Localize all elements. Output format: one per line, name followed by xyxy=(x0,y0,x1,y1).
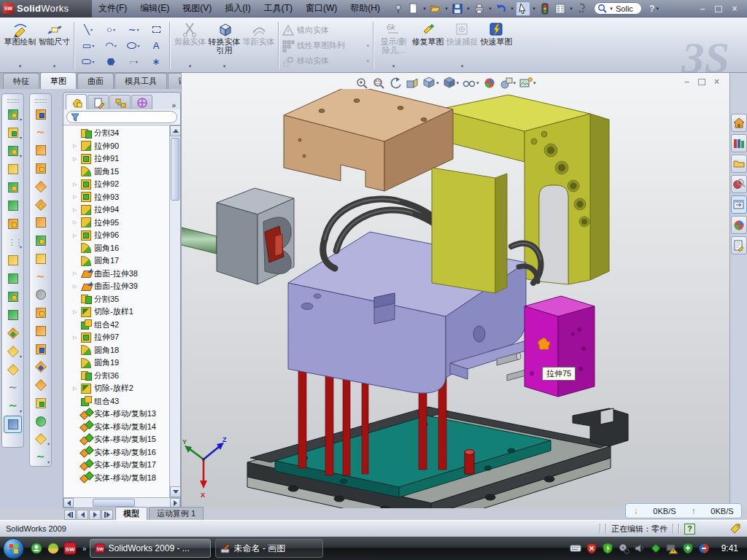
tree-item-23[interactable]: 实体-移动/复制14 xyxy=(63,421,180,434)
mold-tool-19[interactable]: ∼▾ xyxy=(31,448,50,466)
part-side-insert-block[interactable] xyxy=(525,296,595,397)
mold-tool-6[interactable] xyxy=(31,214,50,231)
features-tool-5[interactable] xyxy=(4,197,22,214)
doc-minimize-button[interactable]: – xyxy=(684,77,689,87)
undo-caret-icon[interactable]: ▾ xyxy=(509,6,515,12)
tree-item-3[interactable]: 圆角15 xyxy=(63,166,180,179)
features-tool-16[interactable]: ∼▾ xyxy=(4,397,22,415)
solidworks-resources-button[interactable] xyxy=(731,114,747,132)
search-input[interactable]: Solic xyxy=(616,4,633,13)
previous-view-button[interactable] xyxy=(389,77,402,90)
ribbon-tab-3[interactable]: 模具工具 xyxy=(115,73,167,89)
menu-item-4[interactable]: 工具(T) xyxy=(258,0,299,17)
tab-scroll-first-button[interactable] xyxy=(64,510,76,520)
mold-tool-13[interactable] xyxy=(31,341,50,358)
tree-item-8[interactable]: ▷拉伸96 xyxy=(63,229,180,242)
features-tool-10[interactable] xyxy=(4,288,22,306)
part-nozzle-clamp[interactable] xyxy=(217,188,294,284)
tree-item-19[interactable]: 分割36 xyxy=(63,370,180,383)
antivirus-shield-tray-icon[interactable] xyxy=(586,542,597,554)
volume-tray-icon[interactable] xyxy=(634,542,646,554)
features-tool-13[interactable]: ▾ xyxy=(4,343,22,360)
repair-sketch-button[interactable]: 修复草图 xyxy=(411,19,445,72)
tree-item-11[interactable]: ▷曲面-拉伸38 xyxy=(63,268,180,281)
move-entities-button[interactable]: 移动实体▾ xyxy=(282,54,371,68)
menu-item-6[interactable]: 帮助(H) xyxy=(344,0,387,17)
display-style-button[interactable]: ▾ xyxy=(443,77,460,90)
convert-entities-button[interactable]: 转换实体引用▾ xyxy=(207,19,241,72)
file-explorer-button[interactable] xyxy=(731,155,747,173)
tree-vertical-scrollbar[interactable] xyxy=(169,125,180,497)
tab-scroll-right-button[interactable] xyxy=(89,510,101,520)
mold-tool-16[interactable] xyxy=(31,394,50,412)
menu-item-2[interactable]: 视图(V) xyxy=(176,0,218,17)
sketch-entity-3[interactable] xyxy=(145,22,167,37)
tree-item-21[interactable]: 组合43 xyxy=(63,395,180,408)
network-warning-tray-icon[interactable] xyxy=(666,542,678,554)
tree-item-2[interactable]: ▷拉伸91 xyxy=(63,152,180,166)
close-button[interactable]: × xyxy=(729,4,740,13)
trim-entities-button[interactable]: 剪裁实体▾ xyxy=(173,19,207,72)
model-canvas[interactable]: Y Z X xyxy=(182,89,729,508)
tab-scroll-last-button[interactable] xyxy=(101,510,113,520)
sketch-entity-4[interactable]: ▭▾ xyxy=(77,38,99,53)
sketch-button[interactable]: 草图绘制▾ xyxy=(3,19,37,72)
help-button[interactable]: ? xyxy=(649,4,654,14)
offset-entities-button[interactable]: 等距实体 xyxy=(241,19,276,72)
mold-tool-17[interactable] xyxy=(31,413,50,430)
solidworks-search-button[interactable] xyxy=(731,175,747,193)
features-tool-15[interactable]: ∼ xyxy=(4,379,22,397)
scroll-down-button[interactable] xyxy=(170,486,180,497)
sketch-entity-10[interactable]: ⌐▾ xyxy=(123,54,144,69)
restore-button[interactable] xyxy=(715,6,722,12)
mold-tool-7[interactable] xyxy=(31,232,50,249)
tree-item-9[interactable]: 圆角16 xyxy=(63,242,180,255)
select-button[interactable] xyxy=(516,1,530,16)
overflow-button[interactable] xyxy=(575,1,589,16)
mold-tool-0[interactable] xyxy=(31,106,50,123)
tree-item-7[interactable]: ▷拉伸95 xyxy=(63,217,180,230)
search-caret-icon[interactable]: ▾ xyxy=(608,6,614,12)
sketch-entity-5[interactable]: ◠▾ xyxy=(100,38,122,53)
features-tool-17[interactable] xyxy=(4,416,22,433)
open-button[interactable] xyxy=(428,1,443,16)
sketch-entity-0[interactable]: ╲▾ xyxy=(77,22,99,37)
features-tool-12[interactable] xyxy=(4,324,22,342)
save-button[interactable] xyxy=(450,1,465,16)
features-tool-0[interactable]: ▾ xyxy=(4,106,22,123)
mold-tool-15[interactable] xyxy=(31,376,50,394)
settings-gear-tray-icon[interactable] xyxy=(618,542,630,554)
mold-tool-14[interactable] xyxy=(31,358,50,376)
new-caret-icon[interactable]: ▾ xyxy=(422,6,427,12)
mold-tool-5[interactable] xyxy=(31,196,50,214)
browser-sphere-quicklaunch-icon[interactable] xyxy=(47,542,60,555)
taskbar-task-1[interactable]: 未命名 - 画图 xyxy=(215,539,323,558)
undo-button[interactable] xyxy=(494,1,508,16)
menu-item-1[interactable]: 编辑(E) xyxy=(133,0,176,17)
hide-show-items-button[interactable]: ▾ xyxy=(462,77,479,90)
ribbon-tab-0[interactable]: 特征 xyxy=(3,73,39,89)
rapid-sketch-button[interactable]: 快速草图 xyxy=(479,19,514,72)
tree-item-22[interactable]: 实体-移动/复制13 xyxy=(63,408,180,421)
mold-tool-10[interactable] xyxy=(31,286,50,303)
doc-tab-1[interactable]: 运动算例 1 xyxy=(149,507,204,520)
tree-item-6[interactable]: ▷拉伸94 xyxy=(63,203,180,217)
dimxpertmanager-tab[interactable] xyxy=(131,95,152,109)
mold-tool-4[interactable] xyxy=(31,178,50,195)
doc-tab-0[interactable]: 模型 xyxy=(115,507,147,520)
mold-tool-9[interactable]: ∼ xyxy=(31,268,50,286)
print-button[interactable] xyxy=(472,1,487,16)
section-view-button[interactable] xyxy=(406,77,419,90)
sketch-entity-1[interactable]: ○▾ xyxy=(100,22,122,37)
security-shield-tray-icon[interactable] xyxy=(602,542,614,554)
mold-tool-3[interactable] xyxy=(31,160,50,177)
start-button[interactable] xyxy=(3,538,24,559)
sketch-entity-11[interactable]: ∗ xyxy=(145,54,167,69)
propertymanager-tab[interactable] xyxy=(88,95,109,109)
display-delete-relations-button[interactable]: 6k 显示/删除几...▾ xyxy=(376,19,411,72)
messenger-status-tray-icon[interactable] xyxy=(698,542,710,554)
graphics-viewport[interactable]: ▾▾▾▾▾ – × xyxy=(181,73,729,508)
tree-item-5[interactable]: ▷拉伸93 xyxy=(63,191,180,204)
help-caret-icon[interactable]: ▾ xyxy=(654,6,660,12)
features-tool-4[interactable] xyxy=(4,179,22,196)
